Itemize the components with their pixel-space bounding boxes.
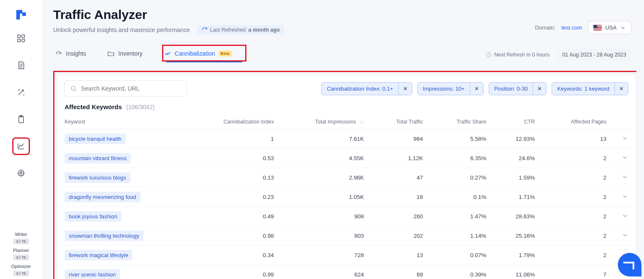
cell-ctr: 1.71% bbox=[494, 188, 543, 207]
active-tab-underline bbox=[166, 61, 242, 62]
table-row: dragonfly mesmerizing food0.231.05K180.1… bbox=[57, 188, 636, 207]
cell-share: 0.27% bbox=[430, 168, 494, 188]
chip-close-icon[interactable]: ✕ bbox=[398, 83, 412, 95]
keyword-chip[interactable]: book joyous fashion bbox=[65, 211, 122, 222]
col-share[interactable]: Traffic Share bbox=[430, 115, 494, 129]
tabs-right: Next Refresh in 0 hours 01 Aug 2023 - 28… bbox=[486, 49, 631, 61]
main: Traffic Analyzer Unlock powerful insight… bbox=[42, 0, 644, 279]
chip-close-icon[interactable]: ✕ bbox=[614, 83, 628, 95]
cell-ctr: 28.63% bbox=[494, 207, 543, 226]
country-select[interactable]: USA bbox=[588, 21, 631, 34]
cell-pages: 2 bbox=[543, 226, 614, 246]
col-impressions[interactable]: Total Impressions ↑↓ bbox=[281, 115, 371, 129]
nav-analytics-icon[interactable] bbox=[12, 137, 30, 155]
keyword-chip[interactable]: firework magical lifestyle bbox=[65, 250, 133, 260]
keyword-chip[interactable]: mountain vibrant fitness bbox=[65, 153, 131, 164]
page-subtitle: Unlock powerful insights and maximize pe… bbox=[53, 27, 190, 33]
expand-row-button[interactable] bbox=[614, 149, 636, 168]
cell-pages: 2 bbox=[543, 149, 614, 168]
expand-row-button[interactable] bbox=[614, 226, 636, 246]
nav-clipboard-icon[interactable] bbox=[12, 110, 30, 128]
svg-rect-7 bbox=[20, 172, 22, 174]
svg-rect-0 bbox=[18, 35, 20, 38]
col-keyword[interactable]: Keyword bbox=[57, 115, 189, 129]
tab-cannibalization[interactable]: Cannibalization Beta bbox=[162, 47, 233, 60]
cell-share: 0.1% bbox=[430, 188, 494, 207]
domain-label: Domain: bbox=[535, 24, 555, 31]
cell-impressions: 4.55K bbox=[281, 149, 371, 168]
double-check-icon bbox=[164, 50, 171, 57]
col-traffic[interactable]: Total Traffic bbox=[371, 115, 430, 129]
clock-icon bbox=[486, 52, 492, 58]
table-row: mountain vibrant fitness0.534.55K1.12K6.… bbox=[57, 149, 636, 168]
keyword-chip[interactable]: firework luxurious blogs bbox=[65, 172, 130, 183]
chip-close-icon[interactable]: ✕ bbox=[533, 83, 546, 95]
cell-share: 0.39% bbox=[430, 265, 494, 279]
nav-magic-icon[interactable] bbox=[12, 83, 30, 101]
cell-impressions: 803 bbox=[281, 226, 371, 246]
cell-cindex: 0.98 bbox=[189, 226, 281, 246]
cell-traffic: 260 bbox=[371, 207, 430, 226]
keyword-chip[interactable]: snowman thrilling technology bbox=[65, 231, 143, 241]
tab-inventory[interactable]: Inventory bbox=[106, 47, 144, 60]
cell-share: 0.07% bbox=[430, 246, 494, 265]
tab-insights[interactable]: Insights bbox=[53, 47, 88, 60]
date-range[interactable]: 01 Aug 2023 - 28 Aug 2023 bbox=[557, 49, 631, 61]
sidebar: Writer 0 / 75 Planner 0 / 75 Optimizer 0… bbox=[0, 0, 42, 279]
expand-row-button[interactable] bbox=[614, 188, 636, 207]
domain-value: test.com bbox=[561, 24, 582, 31]
table-row: book joyous fashion0.499082601.47%28.63%… bbox=[57, 207, 636, 226]
nav-chip-icon[interactable] bbox=[12, 164, 30, 182]
svg-rect-3 bbox=[22, 39, 24, 42]
search-box[interactable] bbox=[65, 80, 187, 97]
col-cindex[interactable]: Cannibalization Index bbox=[189, 115, 281, 129]
cell-pages: 2 bbox=[543, 168, 614, 188]
cell-cindex: 0.34 bbox=[189, 246, 281, 265]
brand-logo bbox=[14, 8, 28, 20]
col-ctr[interactable]: CTR bbox=[494, 115, 543, 129]
cell-ctr: 1.59% bbox=[494, 168, 543, 188]
sidebar-counter-optimizer: Optimizer 0 / 75 bbox=[11, 264, 31, 276]
filter-chip-position[interactable]: Position: 0-30 ✕ bbox=[489, 82, 547, 95]
nav-document-icon[interactable] bbox=[12, 56, 30, 74]
cell-ctr: 1.79% bbox=[494, 246, 543, 265]
keyword-chip[interactable]: river scenic fashion bbox=[65, 269, 120, 279]
nav-dashboard-icon[interactable] bbox=[12, 30, 30, 47]
flag-us-icon bbox=[593, 25, 602, 31]
floating-brand-button[interactable] bbox=[618, 253, 641, 276]
cell-pages: 2 bbox=[543, 246, 614, 265]
sidebar-counter-planner: Planner 0 / 75 bbox=[13, 248, 30, 260]
filter-chip-impressions[interactable]: Impressions: 10+ ✕ bbox=[417, 82, 484, 95]
cell-pages: 7 bbox=[543, 265, 614, 279]
cell-cindex: 0.13 bbox=[189, 168, 281, 188]
next-refresh-label: Next Refresh in 0 hours bbox=[486, 52, 549, 58]
table-count: (106/3042) bbox=[126, 104, 155, 110]
chip-close-icon[interactable]: ✕ bbox=[470, 83, 483, 95]
cell-impressions: 7.61K bbox=[281, 129, 371, 149]
table-row: firework luxurious blogs0.132.96K470.27%… bbox=[57, 168, 636, 188]
cell-traffic: 18 bbox=[371, 188, 430, 207]
svg-rect-1 bbox=[22, 35, 24, 38]
cell-traffic: 69 bbox=[371, 265, 430, 279]
col-pages[interactable]: Affected Pages bbox=[543, 115, 614, 129]
gauge-icon bbox=[55, 50, 62, 57]
cell-cindex: 0.23 bbox=[189, 188, 281, 207]
cell-cindex: 0.53 bbox=[189, 149, 281, 168]
filter-chip-keywords[interactable]: Keywords: 1 keyword ✕ bbox=[552, 82, 628, 95]
filter-chip-cindex[interactable]: Cannibalization Index: 0.1+ ✕ bbox=[321, 82, 412, 95]
cell-traffic: 13 bbox=[371, 246, 430, 265]
cell-impressions: 908 bbox=[281, 207, 371, 226]
keywords-table: Keyword Cannibalization Index Total Impr… bbox=[57, 115, 636, 279]
header-right: Domain: test.com USA bbox=[535, 21, 631, 34]
expand-row-button[interactable] bbox=[614, 168, 636, 188]
beta-badge: Beta bbox=[219, 51, 232, 56]
keyword-chip[interactable]: bicycle tranquil health bbox=[65, 134, 126, 144]
cell-ctr: 11.06% bbox=[494, 265, 543, 279]
search-input[interactable] bbox=[81, 85, 181, 92]
last-refreshed-chip[interactable]: Last Refreshed a month ago bbox=[198, 25, 284, 35]
cell-traffic: 984 bbox=[371, 129, 430, 149]
expand-row-button[interactable] bbox=[614, 207, 636, 226]
expand-row-button[interactable] bbox=[614, 129, 636, 149]
keyword-chip[interactable]: dragonfly mesmerizing food bbox=[65, 192, 141, 202]
cell-traffic: 202 bbox=[371, 226, 430, 246]
